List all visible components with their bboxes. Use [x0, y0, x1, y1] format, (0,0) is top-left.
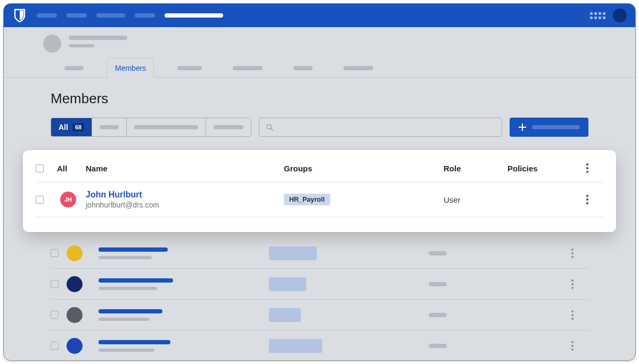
- col-name: Name: [86, 164, 284, 173]
- tab-placeholder[interactable]: [170, 58, 209, 77]
- invite-member-button[interactable]: [510, 118, 588, 137]
- app-logo-icon[interactable]: [12, 8, 27, 23]
- role-placeholder: [429, 282, 447, 286]
- top-nav: [4, 4, 635, 27]
- role-placeholder: [429, 251, 447, 255]
- select-all-label: All: [57, 164, 86, 173]
- org-avatar: [43, 35, 61, 53]
- group-placeholder: [269, 339, 322, 353]
- table-header-menu-icon[interactable]: [582, 162, 593, 175]
- filter-button[interactable]: [92, 118, 127, 136]
- name-placeholder: [99, 340, 170, 344]
- name-placeholder: [99, 278, 173, 283]
- tab-placeholder[interactable]: [225, 58, 270, 77]
- row-menu-icon[interactable]: [567, 309, 578, 321]
- select-all-checkbox[interactable]: [36, 164, 44, 172]
- tab-placeholder[interactable]: [57, 58, 91, 77]
- member-avatar: [67, 338, 83, 354]
- col-groups: Groups: [284, 164, 444, 173]
- org-name-placeholder: [69, 36, 127, 40]
- svg-line-1: [271, 128, 273, 130]
- member-role: User: [444, 195, 507, 204]
- list-item: [51, 238, 588, 269]
- row-checkbox[interactable]: [51, 342, 59, 350]
- invite-label-placeholder: [532, 125, 580, 129]
- nav-item-active[interactable]: [165, 13, 223, 18]
- filter-button[interactable]: [127, 118, 206, 136]
- email-placeholder: [99, 287, 157, 290]
- group-placeholder: [269, 308, 301, 322]
- status-filter-segment: All 68: [51, 118, 251, 137]
- page-title: Members: [4, 78, 635, 118]
- member-avatar: [67, 245, 83, 261]
- apps-grid-icon[interactable]: [590, 12, 605, 19]
- nav-item[interactable]: [96, 13, 125, 18]
- members-table-panel: All Name Groups Role Policies JH John Hu…: [23, 150, 616, 232]
- member-name-link[interactable]: John Hurlburt: [86, 190, 284, 200]
- group-placeholder: [269, 277, 306, 291]
- role-placeholder: [429, 313, 447, 317]
- tab-placeholder[interactable]: [286, 58, 320, 77]
- tab-placeholder[interactable]: [336, 58, 381, 77]
- tabset: Members: [4, 58, 635, 78]
- search-icon: [266, 123, 273, 131]
- col-role: Role: [444, 164, 507, 173]
- email-placeholder: [99, 318, 149, 321]
- group-tag[interactable]: HR_Payroll: [284, 194, 330, 205]
- list-item: [51, 269, 588, 300]
- nav-item[interactable]: [37, 13, 57, 18]
- filter-all-label: All: [59, 123, 68, 131]
- nav-item[interactable]: [67, 13, 87, 18]
- row-checkbox[interactable]: [51, 280, 59, 288]
- row-menu-icon[interactable]: [582, 193, 593, 206]
- group-placeholder: [269, 246, 317, 260]
- role-placeholder: [429, 344, 447, 348]
- member-avatar: [67, 276, 83, 292]
- member-email: johnhurlburt@drs.com: [86, 201, 284, 209]
- row-checkbox[interactable]: [36, 196, 44, 204]
- email-placeholder: [99, 349, 154, 352]
- row-menu-icon[interactable]: [567, 340, 578, 352]
- list-item: [51, 300, 588, 330]
- controls-row: All 68: [4, 118, 635, 137]
- row-checkbox[interactable]: [51, 249, 59, 257]
- row-checkbox[interactable]: [51, 311, 59, 319]
- col-policies: Policies: [507, 164, 582, 173]
- row-menu-icon[interactable]: [567, 247, 578, 260]
- nav-item[interactable]: [135, 13, 155, 18]
- plus-icon: [518, 123, 527, 131]
- members-list-placeholder: [51, 238, 588, 361]
- org-header: [4, 27, 635, 53]
- org-subtitle-placeholder: [69, 44, 94, 47]
- user-avatar[interactable]: [613, 9, 627, 22]
- tab-members[interactable]: Members: [107, 58, 154, 78]
- name-placeholder: [99, 247, 168, 252]
- filter-all-count: 68: [72, 123, 84, 131]
- list-item: [51, 330, 588, 361]
- filter-button[interactable]: [206, 118, 251, 136]
- search-input[interactable]: [259, 118, 502, 137]
- member-avatar: JH: [60, 192, 76, 208]
- table-header: All Name Groups Role Policies: [36, 162, 603, 183]
- member-avatar: [67, 307, 83, 323]
- member-row[interactable]: JH John Hurlburt johnhurlburt@drs.com HR…: [36, 183, 603, 217]
- email-placeholder: [99, 256, 152, 259]
- filter-all-button[interactable]: All 68: [51, 118, 92, 136]
- row-menu-icon[interactable]: [567, 278, 578, 291]
- name-placeholder: [99, 309, 162, 313]
